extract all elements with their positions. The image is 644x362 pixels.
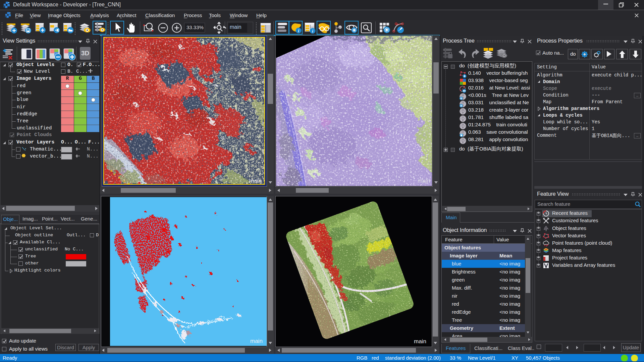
svg-text:i: i <box>312 28 313 34</box>
svg-text:i: i <box>298 28 299 33</box>
